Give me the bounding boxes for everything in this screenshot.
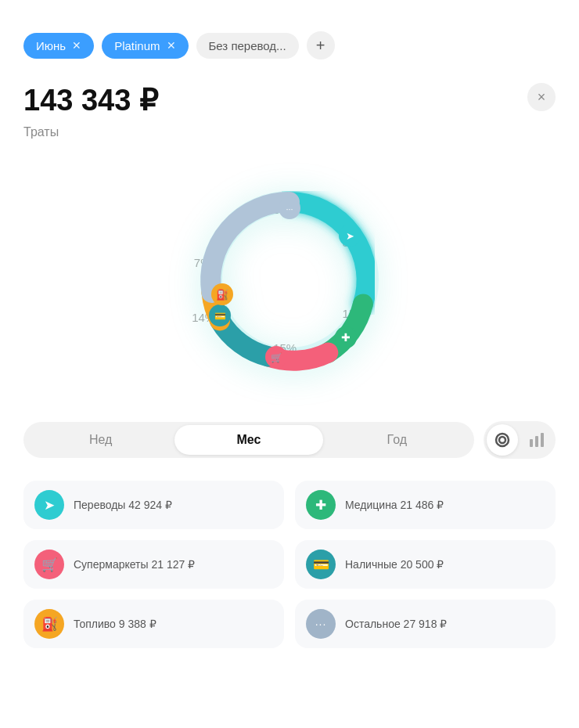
category-other-name: Остальное [345, 618, 401, 630]
add-filter-button[interactable]: + [307, 31, 335, 59]
tab-week[interactable]: Нед [27, 425, 174, 455]
category-fuel-text: Топливо 9 388 ₽ [74, 618, 156, 630]
filter-tag-june-label: Июнь [36, 39, 66, 52]
category-fuel-icon: ⛽ [34, 609, 64, 639]
svg-rect-9 [530, 439, 533, 447]
category-medicine-name: Медицина [345, 499, 397, 511]
category-transfers-name: Переводы [74, 499, 125, 511]
category-fuel[interactable]: ⛽ Топливо 9 388 ₽ [23, 600, 284, 648]
svg-text:⛽: ⛽ [216, 288, 229, 301]
category-cash-icon: 💳 [306, 550, 336, 579]
amount-section: 143 343 ₽ × [23, 83, 556, 117]
filter-tag-june-close[interactable]: ✕ [72, 39, 81, 52]
tab-month[interactable]: Мес [174, 425, 322, 455]
donut-svg: ➤ ✚ 🛒 💳 ⛽ ··· [188, 178, 391, 382]
category-other-info: Остальное 27 918 ₽ [345, 618, 447, 630]
category-other[interactable]: ··· Остальное 27 918 ₽ [295, 600, 556, 648]
chart-type-buttons [484, 421, 556, 459]
category-transfers-amount: 42 924 ₽ [128, 499, 172, 511]
donut-chart-btn[interactable] [487, 424, 518, 456]
category-cash-info: Наличные 20 500 ₽ [345, 558, 444, 571]
category-other-amount: 27 918 ₽ [404, 618, 448, 630]
svg-text:···: ··· [286, 204, 293, 214]
category-cash-text: Наличные 20 500 ₽ [345, 558, 444, 571]
donut-wrapper: 19% 30% 15% 15% 14% 7% [188, 178, 391, 382]
category-medicine-icon: ✚ [306, 490, 336, 520]
filter-row: Июнь ✕ Platinum ✕ Без перевод... + [23, 31, 556, 59]
svg-text:💳: 💳 [214, 310, 226, 322]
svg-text:✚: ✚ [341, 331, 351, 344]
category-transfers-info: Переводы 42 924 ₽ [74, 499, 172, 511]
categories-grid: ➤ Переводы 42 924 ₽ ✚ Медицина 21 486 ₽ … [23, 481, 556, 648]
category-medicine[interactable]: ✚ Медицина 21 486 ₽ [295, 481, 556, 529]
category-supermarket-info: Супермаркеты 21 127 ₽ [74, 558, 195, 571]
svg-point-8 [499, 437, 505, 443]
category-transfers-icon: ➤ [34, 490, 64, 520]
category-other-icon: ··· [306, 609, 336, 639]
category-supermarket[interactable]: 🛒 Супермаркеты 21 127 ₽ [23, 540, 284, 589]
category-fuel-amount: 9 388 ₽ [119, 618, 156, 630]
donut-chart-container: 19% 30% 15% 15% 14% 7% [23, 155, 556, 405]
filter-tag-platinum-label: Platinum [114, 39, 160, 52]
category-medicine-text: Медицина 21 486 ₽ [345, 499, 444, 511]
svg-text:🛒: 🛒 [271, 351, 282, 363]
total-label: Траты [23, 125, 556, 139]
tab-year[interactable]: Год [323, 425, 471, 455]
category-transfers-text: Переводы 42 924 ₽ [74, 499, 172, 511]
filter-tag-platinum-close[interactable]: ✕ [167, 39, 176, 52]
category-supermarket-amount: 21 127 ₽ [151, 558, 195, 571]
category-other-text: Остальное 27 918 ₽ [345, 618, 447, 630]
svg-text:➤: ➤ [346, 230, 354, 242]
filter-tag-notransfer[interactable]: Без перевод... [196, 33, 299, 59]
svg-rect-10 [535, 436, 538, 447]
total-amount: 143 343 ₽ [23, 83, 158, 117]
category-fuel-name: Топливо [74, 618, 116, 630]
svg-rect-11 [541, 433, 544, 447]
close-icon: × [538, 89, 546, 106]
category-supermarket-icon: 🛒 [34, 550, 64, 579]
category-cash-amount: 20 500 ₽ [401, 558, 444, 571]
category-medicine-info: Медицина 21 486 ₽ [345, 499, 444, 511]
category-supermarket-name: Супермаркеты [74, 558, 149, 571]
period-row: Нед Мес Год [23, 421, 556, 459]
category-fuel-info: Топливо 9 388 ₽ [74, 618, 156, 630]
donut-icon [494, 431, 511, 449]
category-medicine-amount: 21 486 ₽ [401, 499, 444, 511]
category-transfers[interactable]: ➤ Переводы 42 924 ₽ [23, 481, 284, 529]
dismiss-button[interactable]: × [527, 83, 556, 111]
category-cash-name: Наличные [345, 558, 397, 571]
bar-icon [528, 431, 545, 449]
period-tabs: Нед Мес Год [23, 422, 474, 458]
filter-tag-notransfer-label: Без перевод... [209, 39, 286, 52]
svg-point-7 [496, 434, 509, 446]
filter-tag-june[interactable]: Июнь ✕ [23, 33, 94, 59]
category-supermarket-text: Супермаркеты 21 127 ₽ [74, 558, 195, 571]
bar-chart-btn[interactable] [521, 424, 552, 456]
filter-tag-platinum[interactable]: Platinum ✕ [102, 33, 188, 59]
category-cash[interactable]: 💳 Наличные 20 500 ₽ [295, 540, 556, 589]
